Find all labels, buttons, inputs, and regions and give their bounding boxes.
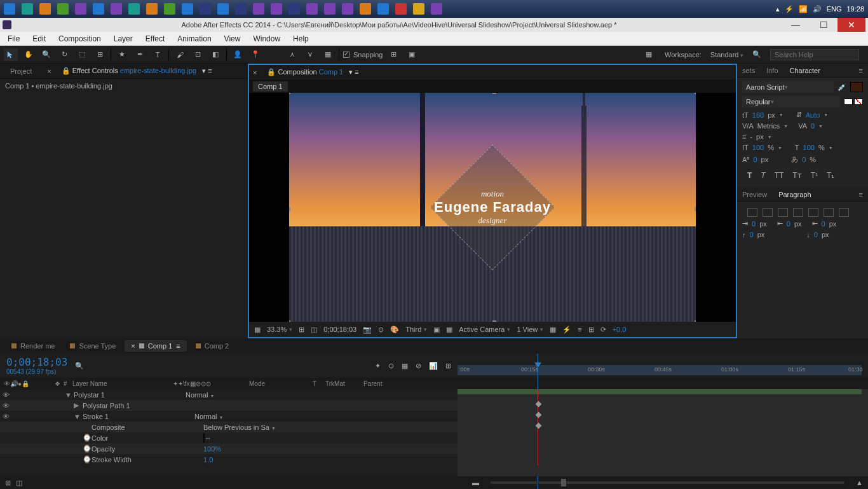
- world-axis-icon[interactable]: ⋎: [303, 48, 317, 61]
- hand-tool[interactable]: ✋: [22, 48, 36, 61]
- visibility-toggle[interactable]: 👁: [0, 413, 11, 420]
- font-style-select[interactable]: Regular: [742, 96, 840, 107]
- justify-all-button[interactable]: [839, 208, 849, 217]
- snap-opt2-icon[interactable]: ▣: [405, 48, 419, 61]
- selection-tool[interactable]: [4, 48, 18, 61]
- italic-button[interactable]: T: [761, 171, 765, 180]
- tb-app-icon[interactable]: [39, 3, 51, 15]
- clone-tool[interactable]: ⊡: [191, 48, 205, 61]
- col-mode[interactable]: Mode: [245, 380, 309, 387]
- col-parent[interactable]: Parent: [360, 380, 410, 387]
- brush-tool[interactable]: 🖌: [173, 48, 187, 61]
- channel-icon[interactable]: ⊙: [378, 326, 384, 334]
- layer-name[interactable]: Opacity: [89, 445, 203, 453]
- frame-blend-icon[interactable]: ▦: [642, 48, 656, 61]
- pan-behind-tool[interactable]: ⊞: [93, 48, 107, 61]
- timeline-icon[interactable]: ≡: [578, 326, 581, 333]
- lock-icon[interactable]: 🔒: [267, 68, 276, 76]
- snap-opt-icon[interactable]: ⊞: [387, 48, 401, 61]
- tb-app-icon[interactable]: [57, 3, 69, 15]
- layer-row[interactable]: ⌚Stroke Width1,0: [0, 454, 458, 465]
- exposure-value[interactable]: +0,0: [613, 326, 627, 333]
- fast-preview-icon[interactable]: ⚡: [562, 326, 571, 334]
- transparency-icon[interactable]: ▦: [446, 326, 452, 334]
- timeline-zoom-slider[interactable]: [491, 481, 844, 484]
- frame-blend-icon[interactable]: ▦: [402, 362, 408, 370]
- menu-layer[interactable]: Layer: [109, 33, 138, 45]
- shy-icon[interactable]: ⊙: [388, 362, 394, 370]
- local-axis-icon[interactable]: ⋏: [285, 48, 299, 61]
- character-tab[interactable]: Character: [790, 67, 820, 74]
- layer-row[interactable]: 👁▼Polystar 1Normal ▼: [0, 389, 458, 400]
- menu-edit[interactable]: Edit: [27, 33, 51, 45]
- puppet-tool[interactable]: 📍: [248, 48, 262, 61]
- twirl-icon[interactable]: ⌚: [83, 444, 89, 453]
- clock[interactable]: 19:28: [846, 5, 864, 13]
- visibility-toggle[interactable]: 👁: [0, 391, 11, 399]
- superscript-button[interactable]: T¹: [811, 171, 818, 180]
- motion-blur-icon[interactable]: ⊘: [416, 362, 421, 370]
- color-mgmt-icon[interactable]: 🎨: [390, 326, 399, 334]
- timeline-tab-render[interactable]: Render me: [5, 340, 61, 352]
- tb-app-icon[interactable]: [271, 3, 282, 15]
- eraser-tool[interactable]: ◧: [208, 48, 222, 61]
- view-axis-icon[interactable]: ▦: [321, 48, 335, 61]
- align-right-button[interactable]: [778, 208, 788, 217]
- composition-viewer[interactable]: motion Eugene Faraday designer: [249, 93, 736, 322]
- tb-app-icon[interactable]: [377, 3, 389, 15]
- project-tab[interactable]: Project: [4, 65, 38, 77]
- tb-app-icon[interactable]: [324, 3, 336, 15]
- pixel-aspect-icon[interactable]: ▦: [550, 326, 556, 334]
- tb-app-icon[interactable]: [431, 3, 442, 15]
- roto-tool[interactable]: 👤: [231, 48, 245, 61]
- language-indicator[interactable]: ENG: [827, 5, 842, 13]
- comp-mini-icon[interactable]: ✦: [375, 362, 381, 370]
- menu-help[interactable]: Help: [288, 33, 314, 45]
- space-after-value[interactable]: 0: [814, 231, 818, 238]
- mask-icon[interactable]: ◫: [311, 326, 317, 334]
- composition-name[interactable]: Comp 1: [319, 68, 344, 76]
- minimize-button[interactable]: —: [782, 18, 810, 32]
- zoom-in-icon[interactable]: ▲: [856, 479, 863, 486]
- flowchart-icon[interactable]: ⊞: [588, 326, 594, 334]
- timeline-tab-comp1[interactable]: × Comp 1 ≡: [125, 340, 186, 352]
- subscript-button[interactable]: T₁: [827, 171, 834, 180]
- zoom-out-icon[interactable]: ▬: [472, 479, 479, 486]
- resolution-icon[interactable]: ▦: [254, 326, 261, 334]
- justify-right-button[interactable]: [824, 208, 834, 217]
- paragraph-tab[interactable]: Paragraph: [778, 191, 811, 198]
- layer-name[interactable]: Color: [89, 434, 203, 442]
- roi-icon[interactable]: ▣: [433, 326, 440, 334]
- zoom-select[interactable]: 33.3%: [267, 326, 292, 333]
- effect-controls-tab[interactable]: 🔒 Effect Controls empire-state-building.…: [55, 65, 219, 77]
- layer-name[interactable]: Stroke Width: [89, 456, 203, 464]
- battery-icon[interactable]: ⚡: [785, 5, 794, 13]
- tsume-value[interactable]: 0: [802, 156, 806, 163]
- layer-row[interactable]: CompositeBelow Previous in Sa ▼: [0, 422, 458, 432]
- allcaps-button[interactable]: TT: [775, 171, 784, 180]
- start-icon[interactable]: [4, 3, 15, 15]
- graph-editor-icon[interactable]: 📊: [429, 362, 438, 370]
- layer-name[interactable]: Stroke 1: [80, 413, 194, 420]
- leading-value[interactable]: Auto: [806, 111, 820, 119]
- hscale-value[interactable]: 100: [803, 144, 815, 151]
- layer-name[interactable]: Polystar Path 1: [80, 402, 194, 410]
- stroke-swatches[interactable]: [844, 99, 863, 105]
- info-tab[interactable]: Info: [766, 67, 778, 74]
- layer-row[interactable]: ⌚Color ↔: [0, 432, 458, 443]
- tb-app-icon[interactable]: [93, 3, 104, 15]
- font-size-value[interactable]: 160: [752, 111, 764, 119]
- reset-exposure-icon[interactable]: ⟳: [600, 326, 606, 334]
- workspace-select[interactable]: Standard: [710, 51, 743, 59]
- layer-mode[interactable]: ↔: [203, 434, 286, 442]
- toggle-modes-icon[interactable]: ◫: [16, 479, 22, 487]
- tb-app-icon[interactable]: [342, 3, 353, 15]
- snapping-checkbox[interactable]: [343, 52, 349, 58]
- tb-app-icon[interactable]: [306, 3, 318, 15]
- keyframe-icon[interactable]: [536, 401, 542, 408]
- kerning-value[interactable]: Metrics: [757, 122, 780, 130]
- tb-app-icon[interactable]: [22, 3, 33, 15]
- align-left-button[interactable]: [747, 208, 757, 217]
- network-icon[interactable]: 📶: [799, 5, 808, 13]
- resolution-select[interactable]: Third: [405, 326, 427, 333]
